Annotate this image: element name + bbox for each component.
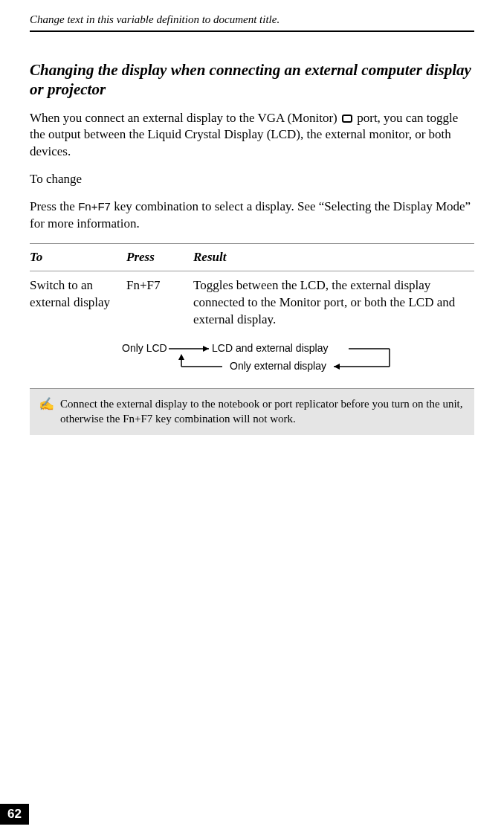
td-press: Fn+F7 — [126, 271, 193, 335]
paragraph-instruction: Press the Fn+F7 key combination to selec… — [30, 199, 474, 233]
key-combo: Fn+F7 — [78, 200, 111, 213]
paragraph-to-change: To change — [30, 171, 474, 188]
th-result: Result — [193, 244, 474, 271]
diagram-only-ext: Only external display — [230, 360, 326, 372]
running-header: Change text in this variable definition … — [30, 13, 474, 32]
th-press: Press — [126, 244, 193, 271]
svg-marker-8 — [178, 354, 184, 360]
page-number: 62 — [0, 804, 29, 825]
table-row: Switch to an external display Fn+F7 Togg… — [30, 271, 474, 335]
para1-text-a: When you connect an external display to … — [30, 111, 340, 125]
svg-marker-5 — [334, 364, 340, 370]
toggle-diagram: Only LCD LCD and external display Only e… — [30, 341, 474, 378]
diagram-cell: Only LCD LCD and external display Only e… — [30, 335, 474, 389]
note-box: ✍ Connect the external display to the no… — [30, 389, 474, 436]
note-icon: ✍ — [39, 396, 54, 413]
table-header-row: To Press Result — [30, 244, 474, 271]
display-table: To Press Result Switch to an external di… — [30, 243, 474, 389]
monitor-icon — [342, 115, 352, 123]
td-result: Toggles between the LCD, the external di… — [193, 271, 474, 335]
th-to: To — [30, 244, 126, 271]
note-text: Connect the external display to the note… — [60, 396, 465, 427]
td-to: Switch to an external display — [30, 271, 126, 335]
diagram-only-lcd: Only LCD — [122, 342, 167, 354]
paragraph-intro: When you connect an external display to … — [30, 110, 474, 161]
svg-marker-1 — [203, 346, 209, 352]
diagram-lcd-ext: LCD and external display — [212, 342, 328, 354]
section-title: Changing the display when connecting an … — [30, 60, 474, 100]
diagram-row: Only LCD LCD and external display Only e… — [30, 335, 474, 389]
para3-a: Press the — [30, 199, 78, 213]
